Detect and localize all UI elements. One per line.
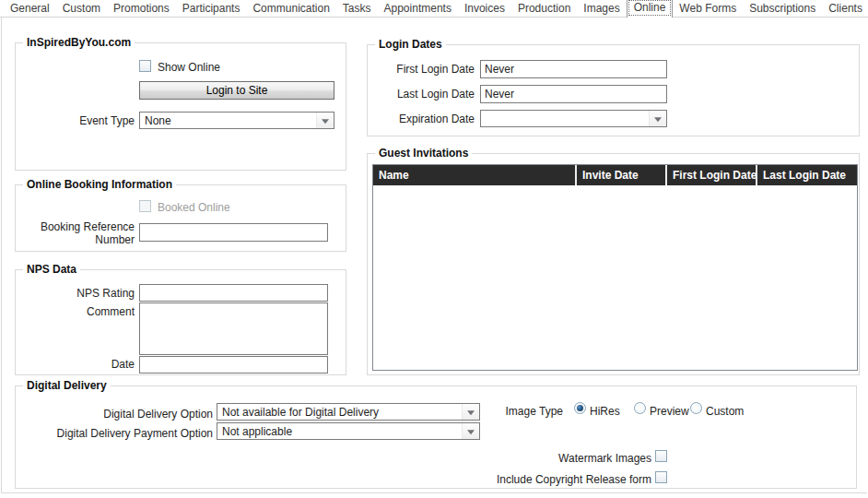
event-type-dropdown[interactable]: None	[139, 112, 334, 129]
group-guest-invitations: Guest Invitations Name Invite Date First…	[367, 153, 860, 375]
watermark-images-label: Watermark Images	[384, 452, 651, 465]
first-login-date-label: First Login Date	[368, 63, 475, 76]
tab-tasks[interactable]: Tasks	[336, 0, 378, 17]
group-digital-delivery: Digital Delivery Digital Delivery Option…	[15, 385, 857, 489]
digital-delivery-option-label: Digital Delivery Option	[16, 408, 213, 421]
nps-date-input[interactable]	[139, 356, 328, 374]
tab-production[interactable]: Production	[511, 0, 577, 17]
booking-reference-input[interactable]	[139, 223, 328, 242]
group-online-booking: Online Booking Information Booked Online…	[15, 184, 346, 252]
tab-bar: General Custom Promotions Participants C…	[0, 0, 868, 18]
tab-participants[interactable]: Participants	[176, 0, 247, 17]
show-online-label: Show Online	[158, 61, 220, 74]
image-type-custom-label: Custom	[706, 405, 744, 418]
guest-invitations-table: Name Invite Date First Login Date Last L…	[372, 164, 858, 371]
nps-date-label: Date	[16, 358, 135, 371]
booked-online-label: Booked Online	[158, 201, 230, 214]
image-type-custom-radio[interactable]	[690, 402, 702, 414]
column-header-first-login-date[interactable]: First Login Date	[665, 165, 756, 185]
event-type-value: None	[145, 114, 171, 127]
booked-online-checkbox	[139, 200, 151, 212]
nps-comment-label: Comment	[16, 305, 135, 318]
chevron-down-icon	[462, 423, 479, 439]
guest-invitations-table-body	[373, 185, 857, 370]
image-type-hires-radio[interactable]	[574, 402, 586, 414]
nps-rating-label: NPS Rating	[16, 287, 135, 300]
image-type-preview-label: Preview	[650, 405, 689, 418]
online-tab-page: General Custom Promotions Participants C…	[0, 0, 868, 498]
first-login-date-input[interactable]	[480, 60, 667, 78]
group-login-dates-title: Login Dates	[375, 38, 446, 51]
image-type-preview-radio[interactable]	[634, 402, 646, 414]
image-type-hires-label: HiRes	[590, 405, 620, 418]
include-copyright-release-label: Include Copyright Release form	[384, 473, 651, 486]
page-left-border	[1, 18, 2, 493]
tab-promotions[interactable]: Promotions	[107, 0, 176, 17]
nps-rating-input[interactable]	[139, 284, 328, 302]
tab-online[interactable]: Online	[627, 0, 674, 18]
watermark-images-checkbox[interactable]	[655, 450, 667, 462]
show-online-checkbox[interactable]	[139, 60, 151, 72]
include-copyright-release-checkbox[interactable]	[655, 471, 667, 483]
group-inspiredbyyou: InSpiredByYou.com Show Online Login to S…	[15, 42, 346, 171]
nps-comment-textarea[interactable]	[139, 302, 328, 355]
booking-reference-label: Booking Reference Number	[29, 220, 135, 246]
group-nps-data-title: NPS Data	[23, 263, 80, 276]
column-header-name[interactable]: Name	[373, 165, 575, 185]
digital-delivery-payment-option-value: Not applicable	[222, 425, 292, 438]
tab-communication[interactable]: Communication	[246, 0, 335, 17]
tab-images[interactable]: Images	[577, 0, 626, 17]
group-inspiredbyyou-title: InSpiredByYou.com	[23, 36, 135, 49]
image-type-label: Image Type	[421, 405, 563, 418]
tab-appointments[interactable]: Appointments	[378, 0, 458, 17]
guest-invitations-table-header: Name Invite Date First Login Date Last L…	[373, 165, 857, 185]
expiration-date-label: Expiration Date	[368, 113, 475, 125]
chevron-down-icon	[649, 111, 666, 126]
tab-custom[interactable]: Custom	[56, 0, 107, 17]
group-online-booking-title: Online Booking Information	[23, 178, 176, 191]
tab-clients[interactable]: Clients	[822, 0, 868, 17]
tab-general[interactable]: General	[4, 0, 56, 17]
page-bottom-border	[1, 492, 867, 493]
group-guest-invitations-title: Guest Invitations	[375, 147, 472, 160]
group-digital-delivery-title: Digital Delivery	[23, 379, 111, 392]
last-login-date-input[interactable]	[480, 85, 667, 103]
login-to-site-button[interactable]: Login to Site	[139, 81, 334, 100]
expiration-date-dropdown[interactable]	[480, 110, 667, 127]
tab-subscriptions[interactable]: Subscriptions	[743, 0, 822, 17]
digital-delivery-payment-option-label: Digital Delivery Payment Option	[16, 427, 213, 440]
digital-delivery-payment-option-dropdown[interactable]: Not applicable	[217, 422, 480, 440]
chevron-down-icon	[316, 113, 334, 128]
column-header-invite-date[interactable]: Invite Date	[575, 165, 665, 185]
event-type-label: Event Type	[16, 114, 135, 127]
tab-web-forms[interactable]: Web Forms	[673, 0, 743, 17]
group-nps-data: NPS Data NPS Rating Comment Date	[15, 269, 346, 375]
tab-invoices[interactable]: Invoices	[458, 0, 511, 17]
group-login-dates: Login Dates First Login Date Last Login …	[367, 44, 860, 136]
last-login-date-label: Last Login Date	[368, 88, 475, 101]
digital-delivery-option-value: Not available for Digital Delivery	[222, 406, 379, 419]
column-header-last-login-date[interactable]: Last Login Date	[756, 165, 857, 185]
